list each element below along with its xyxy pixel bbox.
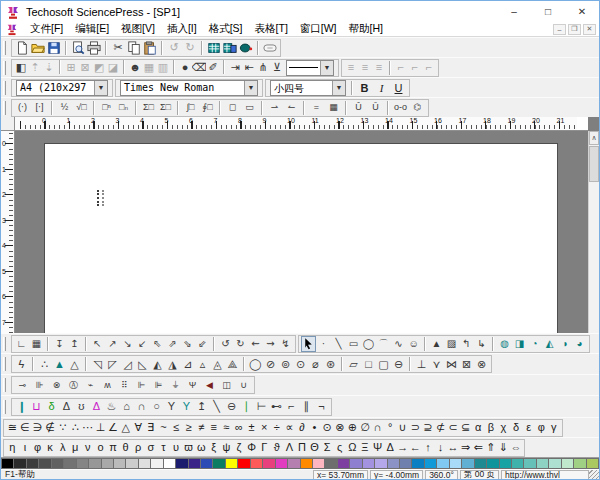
color-swatch[interactable] (14, 458, 26, 469)
color-swatch[interactable] (189, 458, 201, 469)
ring-stand-button[interactable]: ⌂ (119, 399, 134, 415)
solid-half-sphere-button[interactable]: ◑ (557, 336, 572, 352)
color-swatch[interactable] (500, 458, 512, 469)
color-swatch[interactable] (276, 458, 288, 469)
u-tube-button[interactable]: ∩ (134, 399, 149, 415)
color-swatch[interactable] (164, 458, 176, 469)
math-symbol-button[interactable]: ⊄ (434, 420, 447, 436)
color-swatch[interactable] (412, 458, 424, 469)
color-swatch[interactable] (388, 458, 400, 469)
color-swatch[interactable] (562, 458, 574, 469)
math-symbol-button[interactable]: ≈ (220, 420, 233, 436)
menu-item-7[interactable]: 帮助[H] (343, 22, 389, 36)
color-swatch[interactable] (27, 458, 39, 469)
pen-button[interactable]: ✐ (206, 60, 220, 76)
menu-item-4[interactable]: 格式[S] (203, 22, 249, 36)
transform-dse-button[interactable]: ⇘ (180, 336, 195, 352)
transform-se-button[interactable]: ↘ (120, 336, 135, 352)
eraser-button[interactable]: ⌫ (192, 60, 206, 76)
antenna-button[interactable]: Ψ (184, 377, 201, 393)
menu-item-1[interactable]: 编辑[E] (69, 22, 115, 36)
math-symbol-button[interactable]: × (258, 420, 271, 436)
greek-symbol-button[interactable]: Σ (321, 440, 334, 456)
parentheses-template-button[interactable]: (⋅) (14, 100, 31, 116)
chevron-down-icon[interactable]: ▼ (332, 81, 345, 95)
table-tool-button[interactable] (206, 40, 222, 56)
greek-symbol-button[interactable]: Ξ (359, 440, 372, 456)
transformer-button[interactable]: ◫ (218, 377, 235, 393)
circle-star-button[interactable]: ⊛ (323, 356, 338, 372)
toolbar-grip[interactable] (3, 81, 6, 95)
greek-symbol-button[interactable]: Ψ (371, 440, 384, 456)
menu-item-6[interactable]: 窗口[W] (294, 22, 343, 36)
circle-slash-button[interactable]: ⊘ (263, 356, 278, 372)
toolbar-grip[interactable] (3, 101, 6, 115)
color-swatch[interactable] (39, 458, 51, 469)
greek-symbol-button[interactable]: ⇑ (485, 440, 498, 456)
indent-in-button[interactable]: ⇥ (228, 60, 242, 76)
greek-symbol-button[interactable]: ← (409, 440, 422, 456)
evaporating-dish-button[interactable]: ⊖ (224, 399, 239, 415)
undo-button[interactable]: ↺ (166, 40, 182, 56)
perpendicular-button[interactable]: ⊥ (414, 356, 429, 372)
math-symbol-button[interactable]: ⊂ (447, 420, 460, 436)
font-name-select[interactable]: Times New Roman ▼ (120, 80, 258, 96)
border-style-1-button[interactable]: ⌐ (394, 60, 408, 76)
greek-symbol-button[interactable]: ϖ (182, 440, 195, 456)
resistor-button[interactable]: ⊸ (14, 377, 31, 393)
battery-button[interactable]: ⊩ (133, 377, 150, 393)
color-swatch[interactable] (325, 458, 337, 469)
flat-flask-button[interactable]: Δ (59, 399, 74, 415)
solid-box-button[interactable]: ◨ (512, 336, 527, 352)
insert-table-button[interactable] (222, 40, 238, 56)
align-center-button[interactable]: ≡ (358, 60, 372, 76)
math-symbol-button[interactable]: ⊗ (333, 420, 346, 436)
math-symbol-button[interactable]: • (308, 420, 321, 436)
greek-symbol-button[interactable]: η (6, 440, 19, 456)
dotted-triangle-button[interactable]: ∴ (37, 356, 52, 372)
ammeter-button[interactable]: Ⓐ (65, 377, 82, 393)
color-swatch[interactable] (52, 458, 64, 469)
italic-button[interactable]: I (373, 80, 390, 96)
print-button[interactable] (86, 40, 102, 56)
solid-hemisphere-button[interactable]: ◔ (527, 336, 542, 352)
triangle-variant-4-button[interactable]: ◺ (135, 356, 150, 372)
math-symbol-button[interactable]: χ (497, 420, 510, 436)
color-swatch[interactable] (549, 458, 561, 469)
split-row-down-button[interactable]: ⇣ (42, 60, 56, 76)
document-page[interactable] (44, 143, 558, 333)
thermometer-button[interactable]: ∣ (239, 399, 254, 415)
color-swatch[interactable] (462, 458, 474, 469)
dropper-button[interactable]: ↥ (194, 399, 209, 415)
diameter-button[interactable]: ⌀ (308, 356, 323, 372)
lamp-button[interactable]: ⊗ (48, 377, 65, 393)
align-left-button[interactable]: ≡ (344, 60, 358, 76)
color-swatch[interactable] (450, 458, 462, 469)
color-swatch[interactable] (425, 458, 437, 469)
greek-symbol-button[interactable]: Δ (384, 440, 397, 456)
plot-down-button[interactable]: ↧ (52, 336, 67, 352)
minimize-button[interactable]: – (497, 1, 531, 22)
test-tube-button[interactable]: ❙ (14, 399, 29, 415)
scroll-up-button[interactable]: ∧ (589, 131, 599, 145)
resize-grip[interactable] (589, 470, 599, 480)
matrix-box-template-button[interactable]: ▭ (241, 100, 258, 116)
math-symbol-button[interactable]: ∞ (233, 420, 246, 436)
math-symbol-button[interactable]: ⊆ (459, 420, 472, 436)
greek-symbol-button[interactable]: Ω (346, 440, 359, 456)
boxed-x-button[interactable]: ⊠ (459, 356, 474, 372)
align-right-button[interactable]: ≡ (372, 60, 386, 76)
vertical-scrollbar[interactable]: ∧ (588, 131, 599, 333)
small-triangle-button[interactable]: ▵ (195, 356, 210, 372)
distribute-rows-button[interactable]: ⋔ (256, 60, 270, 76)
line-style-dropdown[interactable]: ▼ (286, 60, 334, 76)
greek-symbol-button[interactable]: ψ (220, 440, 233, 456)
underline-button[interactable]: U (390, 80, 407, 96)
color-swatch[interactable] (151, 458, 163, 469)
math-symbol-button[interactable]: ⋯ (82, 420, 95, 436)
color-swatch[interactable] (77, 458, 89, 469)
color-swatch[interactable] (475, 458, 487, 469)
greek-symbol-button[interactable]: ζ (233, 440, 246, 456)
greek-symbol-button[interactable]: ⇐ (472, 440, 485, 456)
rotate-cw-button[interactable]: ↻ (233, 336, 248, 352)
